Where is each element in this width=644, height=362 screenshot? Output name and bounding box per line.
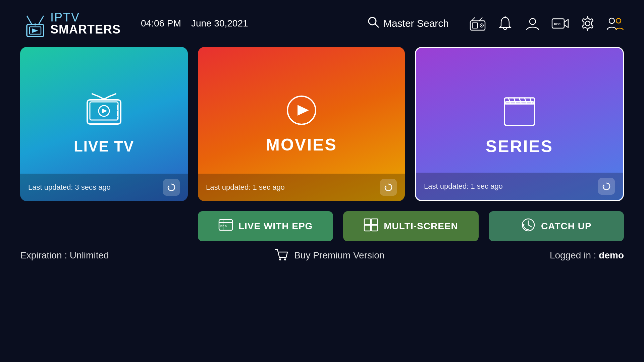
time-display: 04:06 PM: [141, 18, 181, 29]
live-tv-icon: [84, 93, 124, 131]
logo-iptv-text: IPTV: [50, 11, 121, 23]
svg-line-7: [375, 24, 378, 27]
record-icon-btn[interactable]: REC: [551, 15, 569, 32]
svg-point-58: [279, 258, 281, 260]
svg-marker-5: [32, 28, 38, 33]
svg-line-23: [109, 94, 116, 97]
bottom-buttons-row: EPG LIVE WITH EPG MULTI-SCREEN: [198, 211, 624, 241]
svg-rect-52: [364, 225, 371, 231]
logged-in-user: demo: [599, 250, 624, 260]
user-icon-btn[interactable]: [524, 15, 541, 32]
series-updated: Last updated: 1 sec ago: [424, 182, 503, 191]
epg-icon: EPG: [218, 218, 233, 234]
series-footer: Last updated: 1 sec ago: [416, 173, 623, 200]
catchup-label: CATCH UP: [541, 221, 592, 232]
logo-smarters-text: SMARTERS: [50, 23, 121, 36]
movies-footer: Last updated: 1 sec ago: [198, 174, 405, 201]
svg-line-39: [508, 98, 511, 104]
svg-rect-50: [364, 219, 371, 225]
svg-line-56: [528, 225, 532, 227]
series-card[interactable]: SERIES Last updated: 1 sec ago: [415, 47, 624, 201]
notification-icon-btn[interactable]: [496, 15, 514, 32]
svg-point-20: [609, 18, 614, 23]
svg-rect-37: [504, 102, 535, 125]
svg-point-15: [530, 18, 536, 24]
svg-point-21: [616, 18, 621, 23]
svg-rect-51: [371, 219, 378, 225]
svg-marker-36: [385, 185, 387, 187]
svg-line-40: [514, 98, 516, 104]
svg-text:REC: REC: [554, 22, 561, 26]
catchup-icon: [521, 218, 536, 235]
expiry-text: Expiration : Unlimited: [20, 250, 109, 261]
live-epg-label: LIVE WITH EPG: [238, 221, 313, 232]
header-icons: REC: [469, 15, 624, 32]
premium-btn[interactable]: Buy Premium Version: [274, 248, 384, 263]
svg-text:EPG: EPG: [220, 225, 227, 228]
live-tv-updated: Last updated: 3 secs ago: [28, 183, 111, 192]
svg-line-25: [104, 97, 109, 99]
svg-line-43: [530, 98, 532, 104]
live-tv-refresh-btn[interactable]: [163, 179, 180, 196]
svg-line-12: [472, 17, 475, 21]
multiuser-icon-btn[interactable]: [606, 15, 624, 32]
premium-label: Buy Premium Version: [294, 250, 384, 261]
search-label: Master Search: [383, 18, 449, 29]
header: IPTV SMARTERS 04:06 PM June 30,2021 Mast…: [0, 0, 644, 47]
svg-line-24: [99, 97, 104, 99]
movies-card[interactable]: MOVIES Last updated: 1 sec ago: [198, 47, 405, 201]
svg-point-59: [284, 258, 286, 260]
svg-line-13: [479, 17, 482, 21]
radio-icon-btn[interactable]: [469, 15, 486, 32]
svg-marker-35: [298, 105, 309, 116]
movies-title: MOVIES: [266, 135, 337, 155]
svg-line-41: [519, 98, 521, 104]
svg-line-22: [92, 94, 99, 97]
live-tv-title: LIVE TV: [74, 138, 134, 155]
svg-point-19: [585, 21, 590, 26]
svg-marker-17: [564, 19, 568, 27]
svg-line-3: [39, 16, 44, 24]
movies-icon: [285, 94, 318, 128]
live-tv-card[interactable]: LIVE TV Last updated: 3 secs ago: [20, 47, 188, 201]
multiscreen-icon: [364, 218, 378, 234]
series-title: SERIES: [486, 137, 553, 156]
logo-text: IPTV SMARTERS: [50, 11, 121, 36]
multiscreen-label: MULTI-SCREEN: [384, 221, 458, 232]
cards-row: LIVE TV Last updated: 3 secs ago: [20, 47, 624, 201]
multiscreen-btn[interactable]: MULTI-SCREEN: [343, 211, 478, 241]
live-epg-btn[interactable]: EPG LIVE WITH EPG: [198, 211, 333, 241]
footer: Expiration : Unlimited Buy Premium Versi…: [0, 248, 644, 263]
search-icon: [367, 16, 379, 31]
logo-area: IPTV SMARTERS: [20, 8, 121, 39]
svg-point-11: [481, 25, 482, 26]
date-display: June 30,2021: [191, 18, 248, 29]
movies-updated: Last updated: 1 sec ago: [206, 183, 285, 192]
svg-marker-29: [102, 109, 107, 113]
svg-marker-45: [603, 184, 605, 186]
settings-icon-btn[interactable]: [579, 15, 596, 32]
svg-point-4: [34, 23, 36, 25]
svg-line-2: [27, 16, 32, 24]
svg-rect-9: [472, 23, 478, 28]
series-refresh-btn[interactable]: [598, 178, 615, 195]
datetime: 04:06 PM June 30,2021: [141, 18, 248, 29]
logged-in-text: Logged in : demo: [550, 250, 624, 261]
series-icon: [501, 92, 538, 130]
svg-rect-53: [371, 225, 378, 231]
logo-icon: [20, 8, 50, 39]
live-tv-footer: Last updated: 3 secs ago: [20, 174, 188, 201]
svg-marker-33: [168, 185, 170, 187]
svg-line-42: [525, 98, 527, 104]
movies-refresh-btn[interactable]: [380, 179, 397, 196]
catchup-btn[interactable]: CATCH UP: [489, 211, 624, 241]
main-content: LIVE TV Last updated: 3 secs ago: [0, 47, 644, 241]
search-bar[interactable]: Master Search: [367, 16, 449, 31]
